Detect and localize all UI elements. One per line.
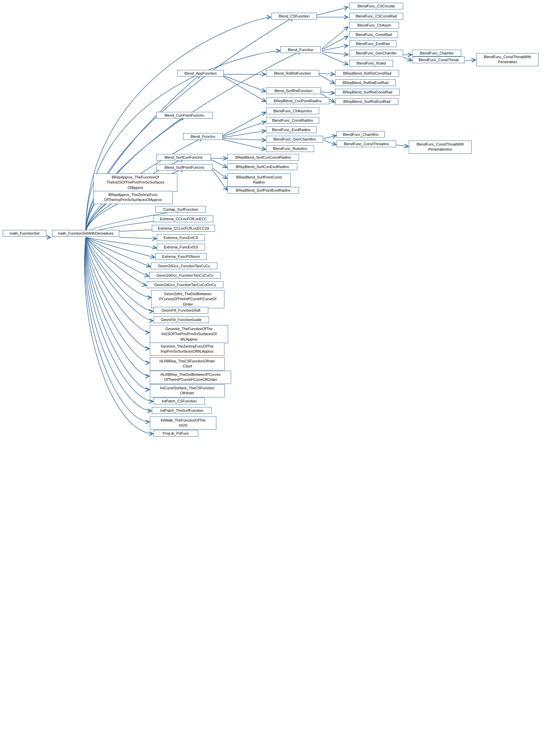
node-blendfunc-constthroatwithpenetration[interactable]: BlendFunc_ConstThroatWithPenetration bbox=[476, 53, 539, 66]
svg-line-9 bbox=[322, 53, 348, 65]
node-blendfunc-cscircular[interactable]: BlendFunc_CSCircular bbox=[349, 3, 403, 9]
svg-line-24 bbox=[223, 139, 266, 150]
svg-line-25 bbox=[324, 136, 337, 138]
node-extrema-cclocf-locecc2d[interactable]: Extrema_CCLocFOfLocECC2d bbox=[152, 225, 215, 232]
node-blendfunc-csconstrad[interactable]: BlendFunc_CSConstRad bbox=[349, 13, 403, 20]
node-blendfunc-constthroatinv[interactable]: BlendFunc_ConstThroatInv bbox=[337, 140, 396, 147]
node-hlrbrep-thecsfunctionintersurf[interactable]: HLRBRep_TheCSFunctionOfInterCSurf bbox=[150, 357, 225, 371]
node-geom2dgcc-functiontancucucu[interactable]: Geom2dGcc_FunctionTanCuCuCu bbox=[149, 272, 221, 279]
node-brepblend-surfrstconstrad[interactable]: BRepBlend_SurfRstConstRad bbox=[335, 89, 400, 96]
node-blendfunc-genchamfinv[interactable]: BlendFunc_GenChamfInv bbox=[266, 136, 323, 142]
node-blendfunc-genchamfer[interactable]: BlendFunc_GenChamfer bbox=[349, 50, 403, 57]
node-geomfill-functionguide[interactable]: GeomFill_FunctionGuide bbox=[153, 316, 209, 323]
node-geom2dgcc-functiontancucuoncu[interactable]: Geom2dGcc_FunctionTanCuCuOnCu bbox=[147, 281, 223, 288]
node-brepblend-surfpointevolrad[interactable]: BRepBlend_SurfPointEvolRadInv bbox=[227, 187, 299, 194]
node-brepblend-surfcunevolrad[interactable]: BRepBlend_SurfCunEvolRadInv bbox=[227, 163, 297, 170]
node-brepblend-rstrstconstrad[interactable]: BRepBlend_RstRstConstRad bbox=[335, 70, 399, 77]
node-brepblend-cunpointrad[interactable]: BRepBlend_CunPointRadInv bbox=[266, 98, 329, 104]
svg-line-7 bbox=[322, 45, 348, 51]
node-contap-surffunction[interactable]: Contap_SurfFunction bbox=[155, 206, 206, 213]
node-intpatch-thesurffunction[interactable]: IntPatch_TheSurfFunction bbox=[152, 407, 212, 414]
node-blend-surfpointfuncinv[interactable]: Blend_SurfPointFuncInv bbox=[156, 164, 213, 171]
node-blend-csfunction[interactable]: Blend_CSFunction bbox=[271, 13, 317, 20]
svg-line-26 bbox=[324, 140, 337, 145]
node-brepblend-surfcunconstrad[interactable]: BRepBlend_SurfCunConstRadInv bbox=[227, 154, 299, 161]
node-geomint-thefunction[interactable]: GeomInt_TheFunctionOfTheInt2SOfThePrmPrm… bbox=[150, 325, 228, 343]
svg-line-16 bbox=[319, 73, 335, 74]
node-extrema-funcpsnorm[interactable]: Extrema_FuncPSNorm bbox=[155, 253, 207, 260]
node-math-functionset-with-derivatives[interactable]: math_FunctionSetWithDerivatives bbox=[52, 230, 119, 237]
node-intpatch-csfunction[interactable]: IntPatch_CSFunction bbox=[153, 398, 205, 404]
node-extrema-funcextcs[interactable]: Extrema_FuncExtCS bbox=[157, 234, 205, 241]
node-blend-surfcunfuncinv[interactable]: Blend_SurfCunFuncInv bbox=[156, 154, 211, 161]
svg-line-29 bbox=[211, 160, 227, 168]
node-blend-surfrst[interactable]: Blend_SurfRstFunction bbox=[266, 87, 321, 94]
node-math-functionset[interactable]: math_FunctionSet bbox=[3, 230, 46, 237]
node-blend-cunpointfuncinv[interactable]: Blend_CunPointFuncInv bbox=[156, 112, 213, 119]
svg-line-6 bbox=[322, 36, 348, 50]
svg-line-12 bbox=[465, 60, 476, 61]
node-intwalk-thefunctionoftheint2s[interactable]: IntWalk_TheFunctionOfTheInt2S bbox=[150, 416, 216, 430]
svg-line-31 bbox=[213, 170, 227, 191]
node-blend-rstrstfunction[interactable]: Blend_RstRstFunction bbox=[266, 70, 319, 77]
node-blendfunc-chamfinv[interactable]: BlendFunc_ChamfInv bbox=[337, 131, 385, 138]
node-projlib-prjfunc[interactable]: ProjLib_PrjFunc bbox=[153, 430, 198, 437]
node-blendfunc-evolradinv[interactable]: BlendFunc_EvolRadInv bbox=[266, 126, 316, 133]
node-geom2dint-thedistbetween[interactable]: Geom2dInt_TheDistBetweenPCurvesOfTheIntP… bbox=[151, 290, 224, 308]
svg-line-27 bbox=[396, 145, 409, 146]
node-blendfunc-ruled[interactable]: BlendFunc_Ruled bbox=[349, 60, 393, 66]
svg-line-30 bbox=[213, 169, 227, 179]
svg-line-17 bbox=[319, 75, 335, 84]
node-blendfunc-chamfer[interactable]: BlendFunc_Chamfer bbox=[413, 50, 461, 57]
node-hlrbrep-thedistbetween[interactable]: HLRBRep_TheDistBetweenPCurvesOfTheIntPCu… bbox=[150, 371, 231, 384]
node-geomint-thezerimpfunc[interactable]: GeomInt_TheZerImpFuncOfTheImpPrmSvSurfac… bbox=[150, 342, 224, 356]
svg-line-23 bbox=[223, 138, 266, 140]
node-blendfunc-ruledinv[interactable]: BlendFunc_RuledInv bbox=[266, 145, 314, 152]
node-blendfunc-constrad[interactable]: BlendFunc_ConstRad bbox=[349, 31, 398, 38]
node-blendfunc-chasym[interactable]: BlendFunc_ChAsym bbox=[349, 22, 399, 28]
node-brepblend-surfpointconstrad[interactable]: BRepBlend_SurfPointConstRadInv bbox=[227, 174, 291, 186]
node-blendfunc-constthroat[interactable]: BlendFunc_ConstThroat bbox=[413, 57, 464, 63]
node-brepblend-rstrstevolrad[interactable]: BRepBlend_RstRstEvolRad bbox=[335, 79, 396, 86]
svg-line-18 bbox=[321, 92, 335, 93]
svg-line-8 bbox=[322, 52, 348, 55]
node-extrema-cclocf-locecc[interactable]: Extrema_CCLocFOfLocECC bbox=[153, 216, 213, 222]
node-brepapprox-thefunction[interactable]: BRepApprox_TheFunctionOfTheInt2SOfThePrm… bbox=[94, 174, 178, 192]
node-geomfill-functiondraft[interactable]: GeomFill_FunctionDraft bbox=[153, 307, 208, 314]
svg-line-2 bbox=[119, 237, 157, 239]
diagram-container: math_FunctionSet math_FunctionSetWithDer… bbox=[0, 0, 560, 750]
svg-line-5 bbox=[322, 26, 348, 49]
node-extrema-funcextss[interactable]: Extrema_FuncExtSS bbox=[157, 244, 205, 251]
node-blendfunc-constradinv[interactable]: BlendFunc_ConstRadInv bbox=[266, 117, 319, 124]
node-blend-appfunction[interactable]: Blend_AppFunction bbox=[178, 70, 224, 77]
node-blendfunc-constthroatwithpenetrationinv[interactable]: BlendFunc_ConstThroatWithPenetrationInv bbox=[409, 140, 472, 154]
node-intcurvesurface-thecsfunctionofhinter[interactable]: IntCurveSurface_TheCSFunctionOfHInter bbox=[150, 384, 225, 397]
node-brepapprox-thezerimpfunc[interactable]: BRepApprox_TheZerImpFuncOfTheImpPrmSvSur… bbox=[94, 191, 173, 204]
node-blend-function[interactable]: Blend_Function bbox=[281, 46, 321, 53]
node-blendfunc-evolrad[interactable]: BlendFunc_EvolRad bbox=[349, 40, 396, 47]
node-brepblend-surfrstevolrad[interactable]: BRepBlend_SurfRstEvolRad bbox=[335, 98, 398, 105]
node-blend-funcinv[interactable]: Blend_FuncInv bbox=[183, 133, 223, 140]
node-blendfunc-chasyminv[interactable]: BlendFunc_ChAsymInv bbox=[266, 107, 319, 114]
node-geom2dgcc-functiontancucu[interactable]: Geom2dGcc_FunctionTanCuCu bbox=[151, 262, 217, 269]
svg-line-3 bbox=[316, 7, 348, 16]
svg-line-11 bbox=[403, 57, 412, 61]
